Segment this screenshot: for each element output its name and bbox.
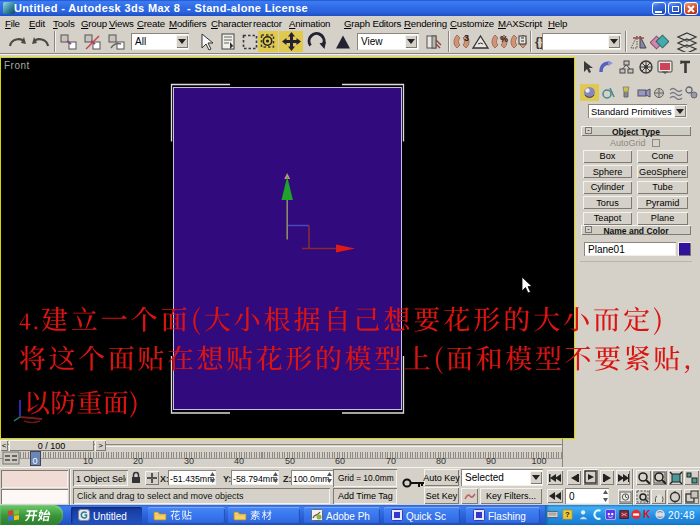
- svg-text:?: ?: [565, 511, 570, 520]
- svg-text:K: K: [643, 509, 651, 520]
- svg-text:%: %: [500, 34, 508, 44]
- svg-text:3: 3: [464, 33, 469, 43]
